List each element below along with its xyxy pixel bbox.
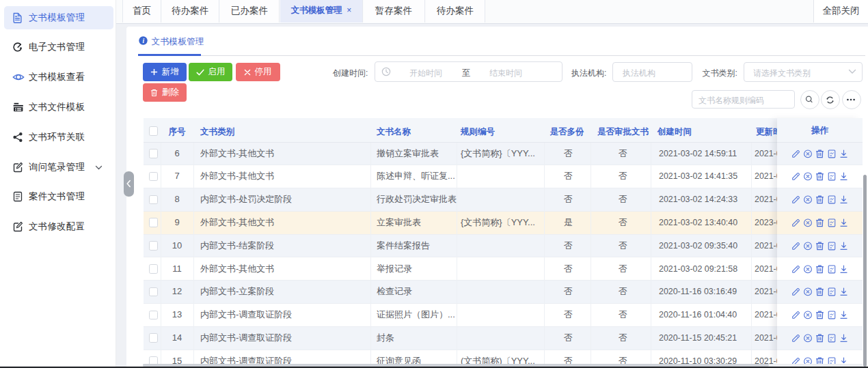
svg-text:i: i	[142, 38, 144, 44]
